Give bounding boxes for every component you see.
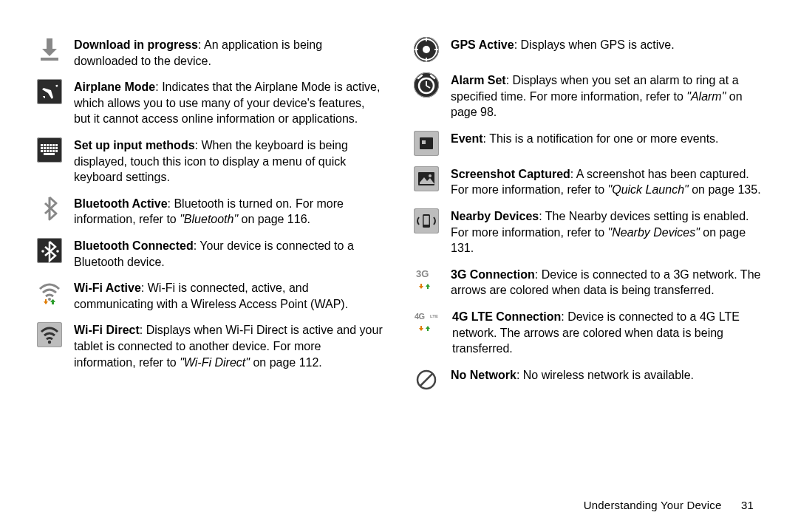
svg-rect-28	[422, 140, 426, 144]
svg-rect-16	[50, 150, 52, 152]
indicator-title: 3G Connection	[451, 268, 535, 281]
airplane-icon	[37, 79, 62, 104]
svg-rect-2	[44, 144, 46, 146]
right-column: GPS Active: Displays when GPS is active.…	[414, 37, 761, 403]
cross-reference: "Bluetooth"	[180, 213, 238, 225]
footer-page-number: 31	[741, 499, 754, 511]
4g-icon: 4GLTE	[414, 309, 440, 334]
indicator-description: 4G LTE Connection: Device is connected t…	[452, 309, 761, 357]
indicator-title: Bluetooth Connected	[74, 239, 194, 252]
svg-text:3G: 3G	[416, 268, 429, 279]
indicator-title: 4G LTE Connection	[452, 310, 561, 323]
indicator-entry: Nearby Devices: The Nearby devices setti…	[414, 208, 761, 256]
bt-conn-icon	[37, 238, 62, 263]
indicator-title: Bluetooth Active	[74, 197, 168, 210]
svg-rect-9	[47, 147, 49, 149]
indicator-tail: on page 112.	[250, 356, 322, 369]
indicator-description: 3G Connection: Device is connected to a …	[451, 267, 761, 299]
indicator-body: : No wireless network is available.	[516, 369, 694, 381]
wifi-active-icon	[37, 280, 62, 305]
svg-rect-5	[52, 144, 55, 146]
indicator-body: : Displays when GPS is active.	[514, 38, 675, 51]
cross-reference: "Wi-Fi Direct"	[180, 356, 250, 369]
indicator-title: Download in progress	[74, 38, 198, 51]
indicator-title: Event	[451, 132, 483, 145]
indicator-description: Set up input methods: When the keyboard …	[74, 137, 384, 185]
svg-rect-7	[41, 147, 43, 149]
indicator-title: Set up input methods	[74, 139, 195, 151]
keyboard-icon	[37, 137, 62, 163]
download-icon	[37, 37, 62, 62]
indicator-title: Wi-Fi Direct	[74, 324, 140, 336]
svg-rect-14	[44, 150, 46, 152]
indicator-entry: Wi-Fi Active: Wi-Fi is connected, active…	[37, 280, 384, 312]
svg-rect-8	[44, 147, 46, 149]
svg-point-30	[429, 174, 432, 177]
svg-point-20	[41, 250, 44, 253]
svg-text:LTE: LTE	[430, 314, 438, 318]
svg-rect-13	[41, 150, 43, 152]
indicator-title: Nearby Devices	[451, 210, 539, 222]
indicator-title: GPS Active	[451, 38, 514, 51]
indicator-entry: 3G3G Connection: Device is connected to …	[414, 267, 761, 299]
indicator-entry: Screenshot Captured: A screenshot has be…	[414, 166, 761, 198]
svg-rect-18	[55, 150, 58, 152]
alarm-icon	[414, 72, 439, 98]
indicator-title: No Network	[451, 369, 516, 381]
indicator-entry: Download in progress: An application is …	[37, 37, 384, 69]
svg-rect-3	[47, 144, 49, 146]
svg-rect-15	[47, 150, 49, 152]
indicator-entry: GPS Active: Displays when GPS is active.	[414, 37, 761, 62]
wifi-direct-icon	[37, 322, 62, 347]
svg-rect-32	[424, 216, 429, 225]
svg-rect-10	[50, 147, 52, 149]
cross-reference: "Nearby Devices"	[608, 226, 700, 239]
indicator-description: Bluetooth Connected: Your device is conn…	[74, 238, 384, 270]
indicator-entry: Bluetooth Active: Bluetooth is turned on…	[37, 196, 384, 228]
indicator-entry: Set up input methods: When the keyboard …	[37, 137, 384, 185]
svg-point-23	[48, 341, 51, 344]
page-body: Download in progress: An application is …	[0, 0, 798, 403]
svg-rect-19	[44, 153, 55, 155]
indicator-description: No Network: No wireless network is avail…	[451, 367, 761, 392]
svg-point-22	[48, 298, 51, 301]
indicator-description: Alarm Set: Displays when you set an alar…	[451, 72, 761, 120]
svg-line-37	[420, 374, 432, 386]
svg-rect-1	[41, 144, 43, 146]
indicator-entry: Alarm Set: Displays when you set an alar…	[414, 72, 761, 120]
indicator-entry: Bluetooth Connected: Your device is conn…	[37, 238, 384, 270]
svg-rect-4	[50, 144, 52, 146]
svg-rect-17	[52, 150, 55, 152]
bt-icon	[37, 196, 62, 221]
indicator-title: Wi-Fi Active	[74, 282, 141, 294]
footer-section: Understanding Your Device	[584, 499, 722, 511]
svg-rect-0	[41, 58, 58, 61]
indicator-entry: Event: This is a notification for one or…	[414, 131, 761, 156]
indicator-entry: Wi-Fi Direct: Displays when Wi-Fi Direct…	[37, 322, 384, 370]
indicator-description: GPS Active: Displays when GPS is active.	[451, 37, 761, 62]
indicator-description: Bluetooth Active: Bluetooth is turned on…	[74, 196, 384, 228]
indicator-title: Airplane Mode	[74, 81, 155, 93]
svg-rect-27	[420, 137, 433, 149]
left-column: Download in progress: An application is …	[37, 37, 384, 403]
svg-point-21	[56, 250, 59, 253]
svg-rect-12	[55, 147, 58, 149]
svg-point-25	[423, 46, 430, 53]
svg-text:4G: 4G	[415, 312, 425, 321]
indicator-entry: 4GLTE4G LTE Connection: Device is connec…	[414, 309, 761, 357]
indicator-description: Download in progress: An application is …	[74, 37, 384, 69]
indicator-tail: on page 135.	[689, 183, 761, 196]
indicator-tail: on page 116.	[238, 213, 310, 225]
screenshot-icon	[414, 166, 439, 191]
page-footer: Understanding Your Device 31	[584, 499, 754, 511]
indicator-title: Screenshot Captured	[451, 168, 570, 180]
gps-icon	[414, 37, 439, 62]
indicator-description: Screenshot Captured: A screenshot has be…	[451, 166, 761, 198]
indicator-description: Wi-Fi Direct: Displays when Wi-Fi Direct…	[74, 322, 384, 370]
no-net-icon	[414, 367, 439, 392]
indicator-description: Event: This is a notification for one or…	[451, 131, 761, 156]
svg-rect-11	[52, 147, 55, 149]
indicator-title: Alarm Set	[451, 74, 506, 86]
event-icon	[414, 131, 439, 156]
indicator-description: Airplane Mode: Indicates that the Airpla…	[74, 79, 384, 127]
